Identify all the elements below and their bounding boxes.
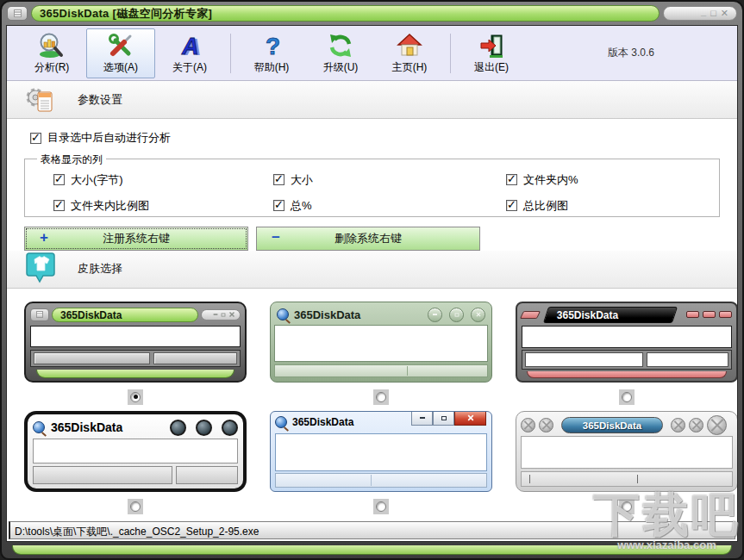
plus-icon: + xyxy=(40,229,48,246)
toolbar-help-button[interactable]: ? 帮助(H) xyxy=(237,28,306,78)
preview-maximize-button xyxy=(433,412,454,426)
skin-option-silver-metal: 365DiskData xyxy=(516,411,737,514)
auto-analyze-label: 目录选中后自动进行分析 xyxy=(47,130,171,146)
analyze-icon xyxy=(37,32,66,59)
system-menu-icon xyxy=(14,9,22,17)
checkbox-folder-percent[interactable]: 文件夹内% xyxy=(506,172,719,188)
toolbar-about-label: 关于(A) xyxy=(172,60,207,75)
radio-icon xyxy=(376,392,386,402)
toolbar-upgrade-button[interactable]: 升级(U) xyxy=(306,28,375,78)
toolbar: 分析(R) 选项(A) AA 关于(A) ? 帮助(H) xyxy=(7,26,737,81)
preview-title: 365DiskData xyxy=(51,420,160,434)
skin-radio-mac-dark[interactable] xyxy=(128,499,143,514)
radio-icon xyxy=(130,392,141,402)
tshirt-icon xyxy=(24,252,57,285)
toolbar-upgrade-label: 升级(U) xyxy=(323,60,359,75)
skin-radio-green-classic[interactable] xyxy=(128,389,143,405)
home-icon xyxy=(395,32,424,59)
preview-knob xyxy=(539,418,553,432)
toolbar-separator xyxy=(450,34,451,73)
preview-window-controls xyxy=(686,311,732,318)
preview-knob xyxy=(707,415,727,435)
system-menu-button[interactable] xyxy=(7,6,28,21)
upgrade-icon xyxy=(326,32,355,59)
version-label: 版本 3.0.6 xyxy=(608,46,654,60)
skin-option-mac-dark: 365DiskData xyxy=(24,411,247,514)
checkbox-total-chart[interactable]: 总比例图 xyxy=(506,198,719,214)
options-icon xyxy=(106,32,135,59)
toolbar-analyze-button[interactable]: 分析(R) xyxy=(17,28,86,78)
preview-close-button xyxy=(471,308,485,322)
remove-context-menu-button[interactable]: − 删除系统右键 xyxy=(256,227,480,251)
checkbox-icon xyxy=(273,174,284,185)
toolbar-about-button[interactable]: AA 关于(A) xyxy=(155,28,224,78)
skin-radio-windows-blue[interactable] xyxy=(373,499,389,514)
settings-gear-icon xyxy=(24,84,57,116)
preview-round-button xyxy=(196,420,212,436)
skin-row-1: 365DiskData 365DiskData xyxy=(7,302,737,405)
svg-text:?: ? xyxy=(266,33,280,59)
skin-option-red-black: 365DiskData xyxy=(516,302,737,405)
preview-window-controls xyxy=(411,412,486,426)
toolbar-home-button[interactable]: 主页(H) xyxy=(375,28,444,78)
preview-round-button xyxy=(170,420,186,436)
maximize-button[interactable]: □ xyxy=(710,9,716,18)
remove-button-label: 删除系统右键 xyxy=(334,231,402,246)
skin-option-green-classic: 365DiskData xyxy=(24,302,247,405)
toolbar-exit-label: 退出(E) xyxy=(474,60,509,75)
preview-round-button xyxy=(222,420,238,436)
checkbox-icon xyxy=(506,174,517,185)
register-button-label: 注册系统右键 xyxy=(103,231,170,246)
exit-icon xyxy=(477,32,506,59)
radio-icon xyxy=(622,501,632,512)
window-title: 365DiskData [磁盘空间分析专家] xyxy=(31,5,660,22)
toolbar-exit-button[interactable]: 退出(E) xyxy=(457,28,526,78)
skin-radio-sage-green[interactable] xyxy=(373,389,389,405)
radio-icon xyxy=(376,501,386,512)
register-context-menu-button[interactable]: + 注册系统右键 xyxy=(24,227,248,251)
checkbox-size-bytes[interactable]: 大小(字节) xyxy=(53,172,273,188)
toolbar-help-label: 帮助(H) xyxy=(254,60,290,75)
skin-option-sage-green: 365DiskData xyxy=(270,302,492,405)
skin-row-2: 365DiskData 365DiskData xyxy=(7,411,737,514)
client-area: 分析(R) 选项(A) AA 关于(A) ? 帮助(H) xyxy=(6,25,738,542)
close-button[interactable]: ✕ xyxy=(721,9,728,18)
preview-system-button xyxy=(30,308,49,321)
preview-title: 365DiskData xyxy=(294,308,421,321)
toolbar-separator xyxy=(230,34,231,73)
checkbox-folder-chart[interactable]: 文件夹内比例图 xyxy=(53,198,273,214)
toolbar-home-label: 主页(H) xyxy=(392,60,428,75)
preview-title: 365DiskData xyxy=(547,308,618,320)
skin-preview-silver-metal[interactable]: 365DiskData xyxy=(516,411,737,492)
status-path-field[interactable]: D:\tools\桌面\下载吧\._cache_OSC2_Setup_2-95.… xyxy=(9,521,735,539)
toolbar-options-button[interactable]: 选项(A) xyxy=(86,28,155,78)
checkbox-icon xyxy=(53,174,65,185)
app-globe-icon xyxy=(33,421,45,433)
preview-knob xyxy=(671,418,685,432)
checkbox-icon xyxy=(273,200,284,211)
minimize-button[interactable]: _ xyxy=(701,7,706,16)
skin-preview-windows-blue[interactable]: 365DiskData xyxy=(270,411,492,492)
radio-icon xyxy=(130,501,141,512)
preview-corner-accent xyxy=(520,311,541,319)
skins-section-title: 皮肤选择 xyxy=(78,261,122,277)
app-globe-icon xyxy=(277,308,289,320)
toolbar-analyze-label: 分析(R) xyxy=(34,60,70,75)
skin-radio-silver-metal[interactable] xyxy=(619,499,635,514)
checkbox-icon xyxy=(506,200,517,211)
preview-title: 365DiskData xyxy=(561,417,663,433)
checkbox-total-percent[interactable]: 总% xyxy=(273,198,506,214)
skin-preview-green-classic[interactable]: 365DiskData xyxy=(24,302,247,383)
table-columns-group: 表格显示的列 大小(字节) 大小 文件夹内% 文件夹内比例图 xyxy=(24,159,720,217)
skin-preview-sage-green[interactable]: 365DiskData xyxy=(270,302,492,383)
checkbox-icon xyxy=(30,133,41,144)
title-bar: 365DiskData [磁盘空间分析专家] _ □ ✕ xyxy=(7,3,737,23)
preview-minimize-button xyxy=(428,308,442,322)
checkbox-size[interactable]: 大小 xyxy=(273,172,506,188)
skin-preview-mac-dark[interactable]: 365DiskData xyxy=(24,411,247,492)
params-section-header: 参数设置 xyxy=(7,81,737,119)
skin-preview-red-black[interactable]: 365DiskData xyxy=(516,302,737,383)
skin-radio-red-black[interactable] xyxy=(619,389,635,405)
skin-option-windows-blue: 365DiskData xyxy=(270,411,492,514)
auto-analyze-checkbox[interactable]: 目录选中后自动进行分析 xyxy=(30,130,171,146)
